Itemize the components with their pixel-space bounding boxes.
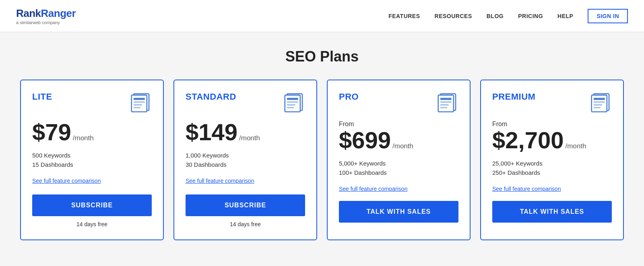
plan-card-pro: PRO From $699 /month [327,80,471,240]
logo-subtitle: a similarweb company [16,20,76,25]
plan-price-row-premium: $2,700 /month [492,129,612,152]
plan-header-standard: STANDARD [186,92,305,113]
plans-grid: LITE $79 /month 500 [20,80,624,240]
plan-name-standard: STANDARD [186,92,236,102]
plan-comparison-lite[interactable]: See full feature comparison [32,178,152,184]
plan-name-pro: PRO [339,92,359,102]
plan-cta-lite[interactable]: SUBSCRIBE [32,194,152,216]
plan-price-row-pro: $699 /month [339,129,458,152]
logo: RankRanger a similarweb company [16,7,76,25]
plan-period-pro: /month [392,142,413,150]
logo-rank: Rank [16,7,41,19]
svg-rect-15 [285,95,300,112]
nav-resources[interactable]: RESOURCES [435,13,472,19]
plan-icon-pro [438,92,458,113]
main-content: SEO Plans LITE $79 [0,32,644,264]
plan-dashboards-lite: 15 Dashboards [32,161,152,168]
plan-comparison-premium[interactable]: See full feature comparison [492,186,612,192]
plan-icon-premium [591,92,612,113]
svg-rect-35 [592,95,607,112]
plan-icon-lite [131,92,152,113]
logo-ranger: Ranger [41,7,76,19]
plan-cta-premium[interactable]: TALK WITH SALES [492,201,612,223]
svg-rect-39 [594,107,601,108]
plan-icon-standard [284,92,305,113]
page-title: SEO Plans [12,48,632,65]
plan-header-premium: PREMIUM [492,92,612,113]
nav-help[interactable]: HELP [557,13,573,19]
svg-rect-26 [440,98,452,100]
plan-price-pro: $699 [339,129,391,152]
plan-keywords-standard: 1,000 Keywords [186,152,305,159]
svg-rect-17 [287,101,298,102]
plan-price-lite: $79 [32,121,71,144]
plan-name-premium: PREMIUM [492,92,535,102]
svg-rect-38 [594,104,602,105]
plan-cta-pro[interactable]: TALK WITH SALES [339,201,458,223]
plan-price-premium: $2,700 [492,129,564,152]
svg-rect-16 [287,98,298,100]
svg-rect-18 [287,104,295,105]
svg-rect-25 [438,95,454,112]
nav-features[interactable]: FEATURES [388,13,420,19]
nav-blog[interactable]: BLOG [487,13,504,19]
plan-keywords-lite: 500 Keywords [32,152,152,159]
svg-rect-19 [287,107,294,108]
svg-rect-27 [440,101,452,102]
svg-rect-8 [134,104,142,105]
plan-card-lite: LITE $79 /month 500 [20,80,164,240]
svg-rect-6 [134,98,145,100]
plan-card-premium: PREMIUM From $2,700 /month [480,80,624,240]
sign-in-button[interactable]: SIGN IN [588,9,628,23]
plan-features-pro: 5,000+ Keywords 100+ Dashboards [339,160,458,178]
plan-header-pro: PRO [339,92,458,113]
main-nav: FEATURES RESOURCES BLOG PRICING HELP SIG… [388,9,628,23]
plan-comparison-pro[interactable]: See full feature comparison [339,186,458,192]
plan-card-standard: STANDARD $149 /month [173,80,317,240]
svg-rect-7 [134,101,145,102]
plan-period-standard: /month [239,134,260,142]
svg-rect-5 [132,95,147,112]
logo-wordmark: RankRanger [16,7,76,20]
plan-features-standard: 1,000 Keywords 30 Dashboards [186,152,305,170]
plan-keywords-premium: 25,000+ Keywords [492,160,612,167]
plan-dashboards-pro: 100+ Dashboards [339,169,458,176]
plan-period-lite: /month [73,134,94,142]
plan-comparison-standard[interactable]: See full feature comparison [186,178,305,184]
nav-pricing[interactable]: PRICING [518,13,543,19]
plan-name-lite: LITE [32,92,52,102]
header: RankRanger a similarweb company FEATURES… [0,0,644,32]
plan-dashboards-standard: 30 Dashboards [186,161,305,168]
plan-keywords-pro: 5,000+ Keywords [339,160,458,167]
svg-rect-29 [440,107,447,108]
plan-cta-standard[interactable]: SUBSCRIBE [186,194,305,216]
svg-rect-9 [134,107,140,108]
plan-features-premium: 25,000+ Keywords 250+ Dashboards [492,160,612,178]
svg-rect-36 [594,98,605,100]
plan-dashboards-premium: 250+ Dashboards [492,169,612,176]
plan-price-standard: $149 [186,121,237,144]
plan-features-lite: 500 Keywords 15 Dashboards [32,152,152,170]
plan-trial-standard: 14 days free [186,221,305,227]
plan-header-lite: LITE [32,92,152,113]
plan-period-premium: /month [565,142,586,150]
svg-rect-28 [440,104,449,105]
svg-rect-37 [594,101,605,102]
plan-trial-lite: 14 days free [32,221,152,227]
plan-price-row-standard: $149 /month [186,121,305,144]
plan-price-row-lite: $79 /month [32,121,152,144]
